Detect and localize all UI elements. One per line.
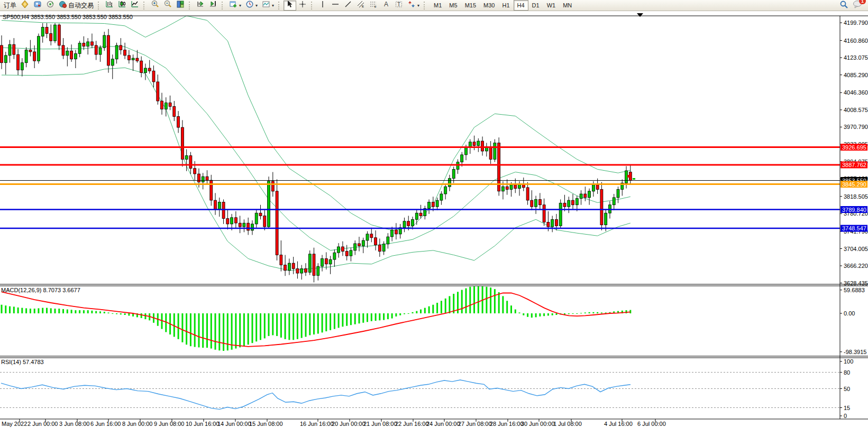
svg-text:50: 50 bbox=[844, 386, 850, 392]
svg-text:0: 0 bbox=[844, 413, 847, 419]
timeframe-h4[interactable]: H4 bbox=[514, 0, 528, 11]
candlestick-button[interactable] bbox=[116, 1, 129, 11]
svg-text:9 Jun 08:00: 9 Jun 08:00 bbox=[154, 421, 185, 427]
arrows-tool[interactable]: ▾ bbox=[405, 1, 422, 11]
toolbar-right-group: 1 bbox=[839, 0, 866, 11]
timeframe-group: M1M5M15M30H1H4D1W1MN bbox=[430, 0, 575, 11]
svg-text:0.00: 0.00 bbox=[844, 310, 855, 317]
rsi-indicator-label: RSI(14) 57.4783 bbox=[1, 359, 44, 365]
svg-text:3970.790: 3970.790 bbox=[844, 124, 868, 130]
chevron-down-icon: ▾ bbox=[272, 3, 274, 8]
svg-text:24 Jun 00:00: 24 Jun 00:00 bbox=[426, 421, 460, 427]
svg-text:8 Jun 00:00: 8 Jun 00:00 bbox=[122, 421, 153, 427]
zoom-out-button[interactable] bbox=[161, 1, 174, 11]
svg-text:3666.220: 3666.220 bbox=[844, 263, 868, 269]
tile-windows-button[interactable] bbox=[174, 1, 187, 11]
text-label-tool[interactable]: T bbox=[392, 1, 405, 11]
candlestick-icon bbox=[118, 0, 126, 11]
auto-scroll-button[interactable] bbox=[194, 1, 207, 11]
chevron-down-icon: ▾ bbox=[417, 3, 419, 8]
svg-text:14 Jun 00:00: 14 Jun 00:00 bbox=[217, 421, 251, 427]
text-label-icon: T bbox=[395, 0, 403, 11]
timeframe-m15[interactable]: M15 bbox=[461, 0, 480, 11]
svg-text:30 Jun 00:00: 30 Jun 00:00 bbox=[521, 421, 555, 427]
svg-text:May 2022: May 2022 bbox=[2, 421, 27, 427]
svg-text:16 Jun 16:00: 16 Jun 16:00 bbox=[300, 421, 334, 427]
svg-text:3628.435: 3628.435 bbox=[844, 280, 868, 286]
svg-text:22 Jun 16:00: 22 Jun 16:00 bbox=[395, 421, 429, 427]
chart-shift-icon bbox=[209, 0, 217, 11]
macd-indicator-label: MACD(12,26,9) 8.7073 3.6677 bbox=[1, 287, 80, 293]
svg-text:3 Jun 08:00: 3 Jun 08:00 bbox=[59, 421, 90, 427]
chat-button[interactable]: 1 bbox=[853, 0, 862, 11]
signals-button[interactable] bbox=[44, 1, 57, 11]
svg-text:F: F bbox=[374, 5, 377, 8]
svg-text:100: 100 bbox=[844, 358, 853, 365]
svg-text:6 Jun 16:00: 6 Jun 16:00 bbox=[90, 421, 121, 427]
svg-text:3926.695: 3926.695 bbox=[842, 144, 866, 151]
equidistant-channel-tool[interactable]: E bbox=[354, 1, 367, 11]
toolbar-separator bbox=[98, 2, 101, 10]
timeframe-m1[interactable]: M1 bbox=[430, 0, 445, 11]
new-chart-button[interactable]: ▾ bbox=[227, 1, 243, 11]
svg-text:4 Jul 16:00: 4 Jul 16:00 bbox=[604, 421, 633, 427]
svg-text:-98.3915: -98.3915 bbox=[844, 349, 866, 355]
svg-text:28 Jun 16:00: 28 Jun 16:00 bbox=[490, 421, 524, 427]
chart-shift-button[interactable] bbox=[207, 1, 220, 11]
zoom-out-icon bbox=[163, 0, 172, 11]
crosshair-tool-button[interactable] bbox=[296, 1, 309, 11]
trendline-tool[interactable] bbox=[342, 1, 354, 11]
orders-button[interactable]: 订单 bbox=[2, 1, 19, 11]
fibonacci-tool[interactable]: F bbox=[367, 1, 380, 11]
line-chart-button[interactable] bbox=[129, 1, 141, 11]
toolbar-separator bbox=[189, 2, 192, 10]
bar-chart-button[interactable] bbox=[103, 1, 116, 11]
svg-text:3704.005: 3704.005 bbox=[844, 246, 868, 252]
cursor-tool-button[interactable] bbox=[284, 1, 296, 11]
sell-object-marker bbox=[627, 175, 631, 178]
signal-icon bbox=[46, 0, 54, 11]
zoom-in-button[interactable] bbox=[149, 1, 161, 11]
svg-text:27 Jun 08:00: 27 Jun 08:00 bbox=[458, 421, 492, 427]
chevron-down-icon: ▾ bbox=[255, 3, 258, 8]
chat-badge: 1 bbox=[859, 0, 866, 4]
svg-text:80: 80 bbox=[844, 369, 850, 376]
svg-text:3748.547: 3748.547 bbox=[842, 225, 866, 231]
svg-text:10 Jun 16:00: 10 Jun 16:00 bbox=[186, 421, 220, 427]
svg-text:15 Jun 08:00: 15 Jun 08:00 bbox=[249, 421, 283, 427]
new-order-button[interactable] bbox=[19, 1, 31, 11]
timeframe-mn[interactable]: MN bbox=[559, 0, 575, 11]
timeframe-h1[interactable]: H1 bbox=[498, 0, 513, 11]
line-chart-icon bbox=[131, 0, 139, 11]
time-axis: May 20222 Jun 00:003 Jun 08:006 Jun 16:0… bbox=[2, 419, 666, 427]
horizontal-line-tool[interactable] bbox=[329, 1, 342, 11]
text-icon: A bbox=[382, 0, 390, 11]
auto-scroll-icon bbox=[196, 0, 205, 11]
svg-text:3845.290: 3845.290 bbox=[842, 181, 866, 188]
timeframe-d1[interactable]: D1 bbox=[528, 0, 543, 11]
svg-text:E: E bbox=[362, 5, 364, 8]
periods-button[interactable]: ▾ bbox=[243, 1, 260, 11]
toolbar-separator bbox=[278, 2, 281, 10]
text-tool[interactable]: A bbox=[380, 1, 392, 11]
templates-button[interactable]: ▾ bbox=[260, 1, 276, 11]
svg-text:T: T bbox=[397, 2, 400, 7]
toolbar-separator bbox=[222, 2, 225, 10]
chevron-down-icon: ▾ bbox=[239, 3, 241, 8]
clock-icon bbox=[245, 0, 254, 11]
svg-text:4199.790: 4199.790 bbox=[844, 20, 868, 26]
profiles-button[interactable] bbox=[31, 1, 44, 11]
svg-text:21 Jun 08:00: 21 Jun 08:00 bbox=[363, 421, 397, 427]
template-icon bbox=[262, 0, 270, 11]
trading-chart-canvas[interactable]: 4199.7904160.8604123.0754085.2904046.360… bbox=[0, 0, 868, 428]
svg-text:4085.290: 4085.290 bbox=[844, 72, 868, 78]
zoom-in-icon bbox=[151, 0, 159, 11]
timeframe-m5[interactable]: M5 bbox=[445, 0, 461, 11]
search-icon[interactable] bbox=[839, 0, 848, 11]
bar-chart-icon bbox=[105, 0, 114, 11]
timeframe-m30[interactable]: M30 bbox=[480, 0, 498, 11]
vertical-line-tool[interactable] bbox=[316, 1, 329, 11]
autotrading-button[interactable]: 自动交易 bbox=[57, 1, 96, 11]
timeframe-w1[interactable]: W1 bbox=[543, 0, 560, 11]
svg-text:20 Jun 00:00: 20 Jun 00:00 bbox=[332, 421, 366, 427]
